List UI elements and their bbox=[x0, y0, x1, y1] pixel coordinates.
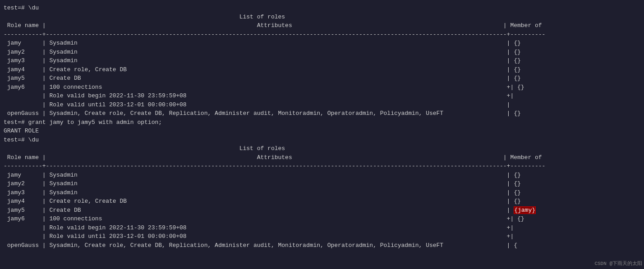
column-headers-2: Role name | Attributes | Member of bbox=[0, 153, 644, 162]
list-header-2: List of roles bbox=[0, 144, 644, 153]
row-jamy3-1: jamy3 | Sysadmin | {} bbox=[0, 56, 644, 65]
row-jamy6-valid-until-2: | Role valid until 2023-12-01 00:00:00+0… bbox=[0, 232, 644, 241]
row-jamy6-1: jamy6 | 100 connections +| {} bbox=[0, 83, 644, 92]
grant-command: test=# grant jamy to jamy5 with admin op… bbox=[0, 118, 644, 127]
row-jamy-1: jamy | Sysadmin | {} bbox=[0, 39, 644, 48]
column-headers-1: Role name | Attributes | Member of bbox=[0, 21, 644, 30]
row-jamy6-valid-begin-2: | Role valid begin 2022-11-30 23:59:59+0… bbox=[0, 223, 644, 233]
row-jamy6-2: jamy6 | 100 connections +| {} bbox=[0, 214, 644, 223]
row-jamy4-2: jamy4 | Create role, Create DB | {} bbox=[0, 197, 644, 206]
separator-2: -----------+----------------------------… bbox=[0, 162, 644, 171]
grant-result: GRANT ROLE bbox=[0, 127, 644, 136]
row-jamy2-1: jamy2 | Sysadmin | {} bbox=[0, 48, 644, 57]
row-jamy5-1: jamy5 | Create DB | {} bbox=[0, 74, 644, 83]
list-header-1: List of roles bbox=[0, 13, 644, 22]
row-jamy5-highlighted: jamy5 | Create DB | {jamy} bbox=[0, 206, 644, 215]
row-jamy2-2: jamy2 | Sysadmin | {} bbox=[0, 179, 644, 188]
row-opengauss-2: openGauss | Sysadmin, Create role, Creat… bbox=[0, 241, 644, 250]
separator-1: -----------+----------------------------… bbox=[0, 30, 644, 39]
terminal-window: test=# \du List of roles Role name | Att… bbox=[0, 0, 644, 269]
watermark: CSDN @下雨天的太阳 bbox=[594, 260, 642, 268]
jamy5-text-before: jamy5 | Create DB | bbox=[4, 207, 514, 214]
jamy-member-highlight: {jamy} bbox=[514, 206, 536, 214]
row-jamy4-1: jamy4 | Create role, Create DB | {} bbox=[0, 65, 644, 74]
command-line-2: test=# \du bbox=[0, 136, 644, 145]
row-jamy-2: jamy | Sysadmin | {} bbox=[0, 171, 644, 180]
row-jamy6-valid-until-1: | Role valid until 2023-12-01 00:00:00+0… bbox=[0, 100, 644, 109]
row-jamy6-valid-begin-1: | Role valid begin 2022-11-30 23:59:59+0… bbox=[0, 91, 644, 100]
row-jamy3-2: jamy3 | Sysadmin | {} bbox=[0, 188, 644, 197]
row-opengauss-1: openGauss | Sysadmin, Create role, Creat… bbox=[0, 109, 644, 118]
command-line-1: test=# \du bbox=[0, 4, 644, 13]
